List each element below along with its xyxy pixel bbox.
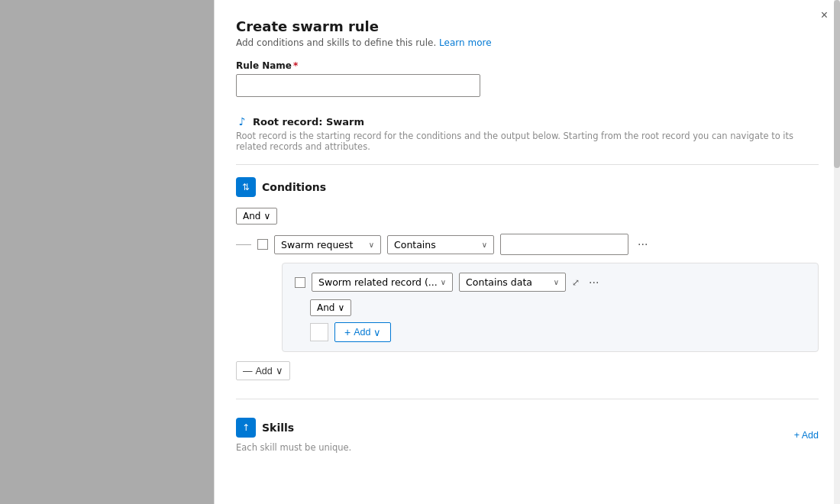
- conditions-section: ⇅ Conditions And ∨ Swarm request ∨ Conta…: [215, 165, 840, 393]
- scrollbar-thumb[interactable]: [834, 0, 840, 168]
- inner-add-box: [310, 323, 328, 341]
- conditions-icon: ⇅: [236, 177, 256, 197]
- nested-add-row: + Add ∨: [310, 322, 806, 342]
- root-record-icon: ♪: [236, 115, 248, 128]
- learn-more-link[interactable]: Learn more: [439, 37, 491, 48]
- condition-value-input[interactable]: [500, 234, 628, 255]
- divider-2: [236, 399, 819, 399]
- outer-add-row: — Add ∨: [236, 361, 819, 380]
- skills-header: ↑ Skills Each skill must be unique. + Ad…: [236, 418, 819, 453]
- panel: × Create swarm rule Add conditions and s…: [214, 0, 840, 504]
- skills-section: ↑ Skills Each skill must be unique. + Ad…: [215, 405, 840, 504]
- nested-field-select[interactable]: Sworm related record (... ∨: [312, 273, 453, 292]
- condition-more-button[interactable]: ···: [635, 236, 651, 253]
- panel-header: Create swarm rule Add conditions and ski…: [215, 0, 840, 48]
- condition-checkbox-1[interactable]: [257, 239, 268, 250]
- root-record-section: ♪ Root record: Swarm Root record is the …: [215, 109, 840, 164]
- skills-title-row: ↑ Skills: [236, 418, 351, 438]
- conditions-title: Conditions: [262, 181, 326, 193]
- condition-field-select[interactable]: Swarm request ∨: [274, 235, 381, 254]
- scrollbar-track: [834, 0, 840, 504]
- and-dropdown[interactable]: And ∨: [236, 208, 277, 225]
- dash-line: [236, 244, 251, 245]
- rule-name-label: Rule Name*: [236, 60, 819, 71]
- skills-subtitle: Each skill must be unique.: [236, 442, 351, 453]
- nested-more-button[interactable]: ···: [586, 274, 602, 291]
- nested-checkbox[interactable]: [295, 277, 305, 288]
- skills-add-button[interactable]: + Add: [794, 430, 819, 441]
- nested-row-1: Sworm related record (... ∨ Contains dat…: [295, 273, 806, 292]
- overlay: × Create swarm rule Add conditions and s…: [0, 0, 840, 504]
- rule-name-section: Rule Name*: [215, 48, 840, 109]
- conditions-header: ⇅ Conditions: [236, 177, 819, 197]
- expand-icon-button[interactable]: ⤢: [572, 277, 580, 288]
- skills-left: ↑ Skills Each skill must be unique.: [236, 418, 351, 453]
- panel-subtitle: Add conditions and skills to define this…: [236, 37, 819, 48]
- nested-add-button[interactable]: + Add ∨: [334, 322, 391, 342]
- panel-title: Create swarm rule: [236, 18, 819, 34]
- condition-operator-select[interactable]: Contains ∨: [387, 235, 494, 254]
- skills-icon: ↑: [236, 418, 256, 438]
- condition-row-1: Swarm request ∨ Contains ∨ ···: [236, 234, 819, 255]
- outer-add-button[interactable]: — Add ∨: [236, 361, 290, 380]
- rule-name-input[interactable]: [236, 74, 480, 97]
- root-record-desc: Root record is the starting record for t…: [236, 131, 819, 152]
- nested-operator-select[interactable]: Contains data ∨: [459, 273, 566, 292]
- nested-and-row: And ∨: [310, 299, 806, 316]
- root-record-row: ♪ Root record: Swarm: [236, 115, 819, 128]
- nested-and-dropdown[interactable]: And ∨: [310, 299, 351, 316]
- nested-condition-block: Sworm related record (... ∨ Contains dat…: [282, 263, 819, 352]
- skills-title: Skills: [262, 422, 294, 434]
- close-button[interactable]: ×: [821, 9, 828, 21]
